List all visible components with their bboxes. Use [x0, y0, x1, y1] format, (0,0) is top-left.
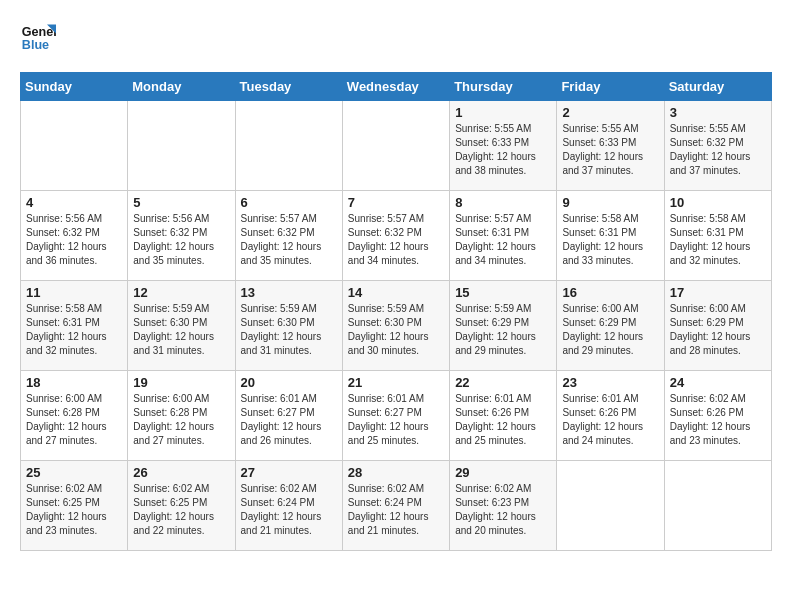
- day-info: Sunrise: 6:02 AM Sunset: 6:24 PM Dayligh…: [241, 482, 337, 538]
- day-number: 4: [26, 195, 122, 210]
- calendar-cell: 9Sunrise: 5:58 AM Sunset: 6:31 PM Daylig…: [557, 191, 664, 281]
- calendar-header: SundayMondayTuesdayWednesdayThursdayFrid…: [21, 73, 772, 101]
- calendar-cell: [128, 101, 235, 191]
- day-info: Sunrise: 5:58 AM Sunset: 6:31 PM Dayligh…: [670, 212, 766, 268]
- day-info: Sunrise: 5:59 AM Sunset: 6:29 PM Dayligh…: [455, 302, 551, 358]
- day-info: Sunrise: 5:55 AM Sunset: 6:32 PM Dayligh…: [670, 122, 766, 178]
- day-info: Sunrise: 5:58 AM Sunset: 6:31 PM Dayligh…: [562, 212, 658, 268]
- calendar-cell: 7Sunrise: 5:57 AM Sunset: 6:32 PM Daylig…: [342, 191, 449, 281]
- day-info: Sunrise: 5:56 AM Sunset: 6:32 PM Dayligh…: [26, 212, 122, 268]
- day-info: Sunrise: 5:57 AM Sunset: 6:31 PM Dayligh…: [455, 212, 551, 268]
- day-number: 21: [348, 375, 444, 390]
- day-info: Sunrise: 6:00 AM Sunset: 6:29 PM Dayligh…: [670, 302, 766, 358]
- day-info: Sunrise: 5:59 AM Sunset: 6:30 PM Dayligh…: [241, 302, 337, 358]
- day-number: 19: [133, 375, 229, 390]
- weekday-header-friday: Friday: [557, 73, 664, 101]
- day-number: 17: [670, 285, 766, 300]
- calendar-cell: 19Sunrise: 6:00 AM Sunset: 6:28 PM Dayli…: [128, 371, 235, 461]
- day-info: Sunrise: 6:02 AM Sunset: 6:25 PM Dayligh…: [133, 482, 229, 538]
- day-number: 2: [562, 105, 658, 120]
- weekday-header-monday: Monday: [128, 73, 235, 101]
- day-info: Sunrise: 6:02 AM Sunset: 6:23 PM Dayligh…: [455, 482, 551, 538]
- weekday-header-tuesday: Tuesday: [235, 73, 342, 101]
- calendar-cell: 11Sunrise: 5:58 AM Sunset: 6:31 PM Dayli…: [21, 281, 128, 371]
- calendar-cell: 21Sunrise: 6:01 AM Sunset: 6:27 PM Dayli…: [342, 371, 449, 461]
- calendar-cell: 16Sunrise: 6:00 AM Sunset: 6:29 PM Dayli…: [557, 281, 664, 371]
- calendar-cell: 15Sunrise: 5:59 AM Sunset: 6:29 PM Dayli…: [450, 281, 557, 371]
- day-info: Sunrise: 6:00 AM Sunset: 6:28 PM Dayligh…: [26, 392, 122, 448]
- day-number: 28: [348, 465, 444, 480]
- day-info: Sunrise: 6:02 AM Sunset: 6:24 PM Dayligh…: [348, 482, 444, 538]
- day-number: 16: [562, 285, 658, 300]
- day-info: Sunrise: 6:01 AM Sunset: 6:26 PM Dayligh…: [562, 392, 658, 448]
- calendar-cell: 29Sunrise: 6:02 AM Sunset: 6:23 PM Dayli…: [450, 461, 557, 551]
- calendar-cell: [235, 101, 342, 191]
- weekday-header-sunday: Sunday: [21, 73, 128, 101]
- calendar-cell: 3Sunrise: 5:55 AM Sunset: 6:32 PM Daylig…: [664, 101, 771, 191]
- calendar-cell: 20Sunrise: 6:01 AM Sunset: 6:27 PM Dayli…: [235, 371, 342, 461]
- calendar-cell: 24Sunrise: 6:02 AM Sunset: 6:26 PM Dayli…: [664, 371, 771, 461]
- calendar-cell: 22Sunrise: 6:01 AM Sunset: 6:26 PM Dayli…: [450, 371, 557, 461]
- day-info: Sunrise: 6:01 AM Sunset: 6:27 PM Dayligh…: [241, 392, 337, 448]
- day-info: Sunrise: 5:58 AM Sunset: 6:31 PM Dayligh…: [26, 302, 122, 358]
- day-number: 7: [348, 195, 444, 210]
- calendar-cell: [664, 461, 771, 551]
- day-number: 15: [455, 285, 551, 300]
- day-number: 13: [241, 285, 337, 300]
- calendar-cell: 13Sunrise: 5:59 AM Sunset: 6:30 PM Dayli…: [235, 281, 342, 371]
- calendar-cell: 6Sunrise: 5:57 AM Sunset: 6:32 PM Daylig…: [235, 191, 342, 281]
- calendar-cell: 27Sunrise: 6:02 AM Sunset: 6:24 PM Dayli…: [235, 461, 342, 551]
- day-number: 8: [455, 195, 551, 210]
- day-number: 25: [26, 465, 122, 480]
- calendar-cell: 17Sunrise: 6:00 AM Sunset: 6:29 PM Dayli…: [664, 281, 771, 371]
- calendar-cell: 10Sunrise: 5:58 AM Sunset: 6:31 PM Dayli…: [664, 191, 771, 281]
- day-info: Sunrise: 6:02 AM Sunset: 6:25 PM Dayligh…: [26, 482, 122, 538]
- calendar-cell: 25Sunrise: 6:02 AM Sunset: 6:25 PM Dayli…: [21, 461, 128, 551]
- day-info: Sunrise: 6:01 AM Sunset: 6:27 PM Dayligh…: [348, 392, 444, 448]
- day-info: Sunrise: 5:55 AM Sunset: 6:33 PM Dayligh…: [562, 122, 658, 178]
- day-number: 14: [348, 285, 444, 300]
- calendar-cell: 4Sunrise: 5:56 AM Sunset: 6:32 PM Daylig…: [21, 191, 128, 281]
- day-info: Sunrise: 5:57 AM Sunset: 6:32 PM Dayligh…: [348, 212, 444, 268]
- day-info: Sunrise: 5:55 AM Sunset: 6:33 PM Dayligh…: [455, 122, 551, 178]
- calendar-cell: 14Sunrise: 5:59 AM Sunset: 6:30 PM Dayli…: [342, 281, 449, 371]
- day-number: 27: [241, 465, 337, 480]
- calendar-cell: [557, 461, 664, 551]
- day-number: 6: [241, 195, 337, 210]
- svg-text:Blue: Blue: [22, 38, 49, 52]
- calendar-cell: [342, 101, 449, 191]
- day-info: Sunrise: 5:56 AM Sunset: 6:32 PM Dayligh…: [133, 212, 229, 268]
- calendar-cell: 28Sunrise: 6:02 AM Sunset: 6:24 PM Dayli…: [342, 461, 449, 551]
- calendar-cell: [21, 101, 128, 191]
- logo-icon: General Blue: [20, 20, 56, 56]
- day-info: Sunrise: 5:59 AM Sunset: 6:30 PM Dayligh…: [348, 302, 444, 358]
- day-number: 18: [26, 375, 122, 390]
- day-number: 29: [455, 465, 551, 480]
- weekday-header-saturday: Saturday: [664, 73, 771, 101]
- day-number: 3: [670, 105, 766, 120]
- day-info: Sunrise: 5:57 AM Sunset: 6:32 PM Dayligh…: [241, 212, 337, 268]
- calendar-body: 1Sunrise: 5:55 AM Sunset: 6:33 PM Daylig…: [21, 101, 772, 551]
- day-info: Sunrise: 6:00 AM Sunset: 6:28 PM Dayligh…: [133, 392, 229, 448]
- day-number: 26: [133, 465, 229, 480]
- calendar-cell: 2Sunrise: 5:55 AM Sunset: 6:33 PM Daylig…: [557, 101, 664, 191]
- calendar-table: SundayMondayTuesdayWednesdayThursdayFrid…: [20, 72, 772, 551]
- day-number: 23: [562, 375, 658, 390]
- day-number: 20: [241, 375, 337, 390]
- logo: General Blue: [20, 20, 62, 56]
- day-info: Sunrise: 6:02 AM Sunset: 6:26 PM Dayligh…: [670, 392, 766, 448]
- day-number: 12: [133, 285, 229, 300]
- calendar-cell: 1Sunrise: 5:55 AM Sunset: 6:33 PM Daylig…: [450, 101, 557, 191]
- day-info: Sunrise: 6:01 AM Sunset: 6:26 PM Dayligh…: [455, 392, 551, 448]
- calendar-cell: 8Sunrise: 5:57 AM Sunset: 6:31 PM Daylig…: [450, 191, 557, 281]
- day-number: 24: [670, 375, 766, 390]
- day-number: 5: [133, 195, 229, 210]
- weekday-header-wednesday: Wednesday: [342, 73, 449, 101]
- day-number: 11: [26, 285, 122, 300]
- day-number: 22: [455, 375, 551, 390]
- day-number: 10: [670, 195, 766, 210]
- calendar-cell: 12Sunrise: 5:59 AM Sunset: 6:30 PM Dayli…: [128, 281, 235, 371]
- calendar-cell: 18Sunrise: 6:00 AM Sunset: 6:28 PM Dayli…: [21, 371, 128, 461]
- weekday-header-thursday: Thursday: [450, 73, 557, 101]
- calendar-cell: 26Sunrise: 6:02 AM Sunset: 6:25 PM Dayli…: [128, 461, 235, 551]
